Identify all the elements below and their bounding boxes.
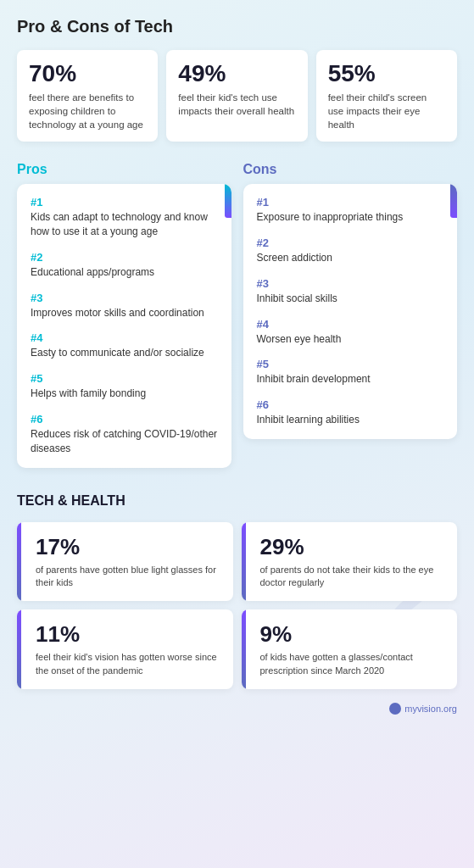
con-item-number-0: #1 <box>257 196 444 209</box>
list-item: #5 Inhibit brain development <box>257 358 444 387</box>
health-stats-grid: 17% of parents have gotten blue light gl… <box>17 522 457 690</box>
pros-cons-section: Pros #1 Kids can adapt to technology and… <box>17 162 457 467</box>
pros-card: #1 Kids can adapt to technology and know… <box>17 184 231 467</box>
stat-card-2: 55% feel their child's screen use impact… <box>316 50 457 142</box>
pros-label: Pros <box>17 162 231 177</box>
stat-percent-0: 70% <box>29 60 146 87</box>
con-item-number-4: #5 <box>257 358 444 370</box>
list-item: #5 Helps with family bonding <box>31 372 218 401</box>
con-item-number-2: #3 <box>257 277 444 290</box>
con-item-text-1: Screen addiction <box>257 251 444 265</box>
stat-desc-2: feel their child's screen use impacts th… <box>328 91 445 131</box>
pro-item-text-1: Educational apps/programs <box>31 265 218 280</box>
health-percent-3: 9% <box>254 621 446 648</box>
list-item: #4 Worsen eye health <box>257 318 444 347</box>
stat-card-0: 70% feel there are benefits to exposing … <box>17 50 158 142</box>
con-item-number-3: #4 <box>257 318 444 331</box>
health-percent-1: 29% <box>254 534 446 560</box>
stats-row: 70% feel there are benefits to exposing … <box>17 50 457 142</box>
con-item-text-3: Worsen eye health <box>257 332 444 347</box>
health-desc-1: of parents do not take their kids to the… <box>254 564 446 590</box>
pro-item-text-0: Kids can adapt to technology and know ho… <box>31 210 218 239</box>
page-title: Pro & Cons of Tech <box>17 17 457 36</box>
pro-item-number-3: #4 <box>31 331 218 344</box>
list-item: #4 Easty to communicate and/or socialize <box>31 331 218 360</box>
list-item: #1 Exposure to inappropriate things <box>257 196 444 225</box>
stat-desc-1: feel their kid's tech use impacts their … <box>178 91 295 118</box>
con-item-text-5: Inhibit learning abilities <box>257 413 444 427</box>
pro-item-number-0: #1 <box>31 196 218 209</box>
pro-item-text-2: Improves motor skills and coordination <box>31 306 218 320</box>
health-card-3: 9% of kids have gotten a glasses/contact… <box>242 609 458 689</box>
list-item: #2 Educational apps/programs <box>31 251 218 280</box>
health-desc-2: feel their kid's vision has gotten worse… <box>29 651 221 677</box>
pro-item-text-5: Reduces risk of catching COVID-19/other … <box>31 427 218 456</box>
pro-item-number-2: #3 <box>31 292 218 304</box>
tech-health-section: 2 TECH & HEALTH 17% of parents have gott… <box>17 493 457 690</box>
pro-item-number-4: #5 <box>31 372 218 385</box>
health-card-2: 11% feel their kid's vision has gotten w… <box>17 609 233 689</box>
cons-column: Cons #1 Exposure to inappropriate things… <box>243 162 458 467</box>
list-item: #3 Inhibit social skills <box>257 277 444 306</box>
con-item-number-5: #6 <box>257 398 444 411</box>
health-desc-3: of kids have gotten a glasses/contact pr… <box>254 651 446 677</box>
health-card-1: 29% of parents do not take their kids to… <box>242 522 458 602</box>
footer: myvision.org <box>17 703 457 715</box>
pro-item-text-3: Easty to communicate and/or socialize <box>31 346 218 360</box>
health-percent-0: 17% <box>29 534 221 560</box>
myvision-logo-icon <box>389 703 401 715</box>
stat-card-1: 49% feel their kid's tech use impacts th… <box>166 50 307 142</box>
list-item: #2 Screen addiction <box>257 236 444 265</box>
stat-percent-1: 49% <box>178 60 295 87</box>
list-item: #6 Reduces risk of catching COVID-19/oth… <box>31 413 218 456</box>
tech-health-title: TECH & HEALTH <box>17 493 457 509</box>
list-item: #3 Improves motor skills and coordinatio… <box>31 292 218 320</box>
stat-desc-0: feel there are benefits to exposing chil… <box>29 91 146 131</box>
cons-card: #1 Exposure to inappropriate things #2 S… <box>243 184 458 439</box>
stat-percent-2: 55% <box>328 60 445 87</box>
con-item-number-1: #2 <box>257 236 444 249</box>
health-percent-2: 11% <box>29 621 221 648</box>
pro-item-number-1: #2 <box>31 251 218 264</box>
footer-text: myvision.org <box>404 704 457 714</box>
health-card-0: 17% of parents have gotten blue light gl… <box>17 522 233 602</box>
pro-item-text-4: Helps with family bonding <box>31 387 218 401</box>
cons-label: Cons <box>243 162 458 177</box>
list-item: #1 Kids can adapt to technology and know… <box>31 196 218 239</box>
pros-column: Pros #1 Kids can adapt to technology and… <box>17 162 231 467</box>
pro-item-number-5: #6 <box>31 413 218 426</box>
list-item: #6 Inhibit learning abilities <box>257 398 444 427</box>
con-item-text-0: Exposure to inappropriate things <box>257 210 444 225</box>
con-item-text-4: Inhibit brain development <box>257 372 444 387</box>
health-desc-0: of parents have gotten blue light glasse… <box>29 564 221 590</box>
con-item-text-2: Inhibit social skills <box>257 292 444 306</box>
